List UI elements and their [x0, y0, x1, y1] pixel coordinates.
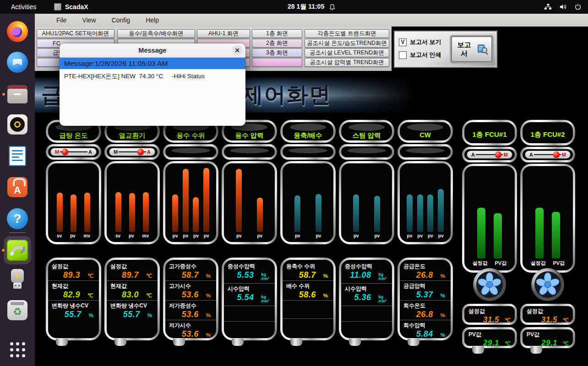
notification-bell-icon	[329, 4, 336, 11]
nav-button[interactable]: 공조시설 압력별 TREND화면	[305, 58, 389, 67]
nav-button[interactable]: 2층 화면	[252, 39, 302, 48]
fcu-readout: PV값29.1℃	[462, 327, 517, 348]
report-panel-inner: V 보고서 보기 보고서 인쇄 보고서	[394, 31, 497, 68]
dock-trash[interactable]: ♻	[6, 299, 28, 321]
mode-toggle-capsule: MA	[104, 144, 160, 160]
bar-label: mv	[84, 233, 90, 238]
gauge-column-8: 1층 FCU#1AM설정값PV값설정값31.5℃PV값29.1℃	[462, 120, 517, 348]
report-button[interactable]: 보고서	[451, 36, 492, 62]
readout-value: 5.37	[416, 290, 433, 300]
gauge-bar	[172, 194, 178, 232]
mode-toggle-capsule: AM	[462, 147, 517, 162]
column-foot	[114, 339, 126, 346]
blank-capsule	[339, 144, 394, 160]
readout-value: 5.84	[416, 329, 433, 338]
readout-row: 회수압력5.84%	[400, 320, 451, 338]
nav-button[interactable]: 공조시설 온도/습도TREND화면	[305, 39, 389, 48]
toggle-right-label: M	[504, 152, 508, 157]
menu-view[interactable]: View	[75, 15, 104, 26]
nav-button[interactable]: 각층온도별 트랜드화면	[305, 29, 389, 38]
toggle-knob[interactable]	[495, 151, 501, 158]
nav-button[interactable]: 1층 화면	[252, 29, 302, 38]
dock-scadax[interactable]	[4, 236, 31, 264]
nav-button[interactable]: 공조시설 LEVEL TREND화면	[305, 48, 389, 57]
toggle-left-label: M	[55, 149, 59, 155]
column-foot	[290, 339, 302, 346]
readout-value: 89.3	[63, 270, 80, 280]
dock-help[interactable]: ?	[6, 208, 28, 230]
mode-toggle[interactable]: MA	[50, 148, 97, 156]
bar-group	[469, 190, 510, 258]
nav-button[interactable]: 용수/응축수/배수화면	[117, 29, 195, 38]
report-view-checkbox[interactable]: V	[399, 38, 407, 46]
dialog-selected-row[interactable]: Message:1/28/2026 11:05:03 AM	[60, 58, 245, 69]
column-header: 응축/배수	[280, 120, 336, 143]
readout-value: 82.9	[63, 290, 80, 300]
focused-app-menu[interactable]: ScadaX	[54, 3, 88, 11]
dock-usb-drive[interactable]: ⚡	[6, 269, 28, 291]
nav-button[interactable]: AHU-1 화면	[197, 29, 250, 38]
fan-icon	[531, 268, 565, 301]
dock-divider	[9, 232, 26, 233]
clock-menu[interactable]: 28 1월 11:05	[288, 3, 336, 11]
readout-unit: ℃	[146, 292, 152, 299]
bar-label: pv	[183, 233, 188, 238]
gauge-bar	[417, 194, 423, 232]
dock-ubuntu-software[interactable]: A	[6, 176, 28, 198]
toggle-knob[interactable]	[137, 149, 144, 155]
readout-value: 31.5	[541, 315, 557, 323]
menu-help[interactable]: Help	[138, 15, 167, 26]
mode-toggle[interactable]: AM	[525, 151, 571, 159]
bar-label: pv	[354, 233, 359, 238]
readout-label: 설정값	[52, 263, 95, 270]
nav-button[interactable]: AHU1/2PAC SET제어화면	[37, 29, 114, 38]
readout-value: 53.6	[182, 290, 199, 300]
mode-toggle[interactable]: AM	[467, 151, 512, 159]
readout-unit: %	[323, 293, 328, 298]
dialog-alarm-row[interactable]: PTE-HEX[HEX온도] NEW 74.30 °C -HiHi Status	[60, 69, 245, 84]
readout-value: 29.1	[541, 339, 557, 346]
app-grid-icon	[10, 342, 25, 357]
gauge-bar	[407, 194, 413, 232]
menu-config[interactable]: Config	[104, 15, 138, 26]
dock-thunderbird[interactable]	[6, 51, 28, 73]
toggle-knob[interactable]	[62, 149, 68, 155]
toggle-knob[interactable]	[553, 151, 560, 158]
readout-unit: %	[441, 273, 445, 279]
dock-libreoffice-writer[interactable]	[6, 145, 28, 167]
readout-unit: %	[206, 312, 211, 318]
report-magnifier-icon	[476, 43, 489, 56]
readout-row: 공급압력5.37%	[400, 280, 451, 300]
bar-group	[111, 167, 153, 232]
dock-firefox[interactable]	[6, 21, 28, 43]
report-print-checkbox[interactable]	[399, 51, 407, 59]
readout-label: 설정값	[110, 263, 154, 270]
dock-app-grid[interactable]	[6, 339, 28, 361]
report-view-option[interactable]: V 보고서 보기	[399, 38, 441, 46]
activities-button[interactable]: Activities	[8, 2, 39, 11]
dialog-close-button[interactable]: ✕	[232, 45, 242, 55]
dialog-titlebar[interactable]: Message ✕	[60, 43, 245, 58]
readout-label: 변화량 냉수CV	[110, 302, 154, 310]
blank-capsule	[397, 144, 453, 160]
bar-label: pv	[438, 233, 444, 238]
thunderbird-icon	[7, 52, 28, 73]
mode-toggle[interactable]: MA	[109, 148, 155, 156]
system-status-area[interactable]	[544, 3, 582, 11]
nav-button[interactable]	[252, 58, 302, 67]
menu-file[interactable]: File	[49, 15, 75, 26]
bar-label: pv	[70, 233, 76, 238]
report-print-option[interactable]: 보고서 인쇄	[399, 51, 441, 59]
gauge-bar	[294, 195, 300, 232]
gauge-bar	[535, 208, 544, 258]
running-indicator	[2, 93, 5, 96]
column-foot	[173, 339, 185, 346]
readout-value: 55.7	[123, 310, 140, 319]
dock-rhythmbox[interactable]	[6, 113, 28, 135]
readout-label: 고가중성수	[169, 263, 212, 270]
toggle-right-label: M	[562, 152, 566, 157]
nav-button[interactable]: 3층 화면	[252, 48, 302, 57]
dock-files[interactable]	[6, 83, 28, 105]
gauge-bar	[143, 192, 149, 232]
readout-row: 시수압력5.36kg∕cm²	[341, 283, 392, 306]
